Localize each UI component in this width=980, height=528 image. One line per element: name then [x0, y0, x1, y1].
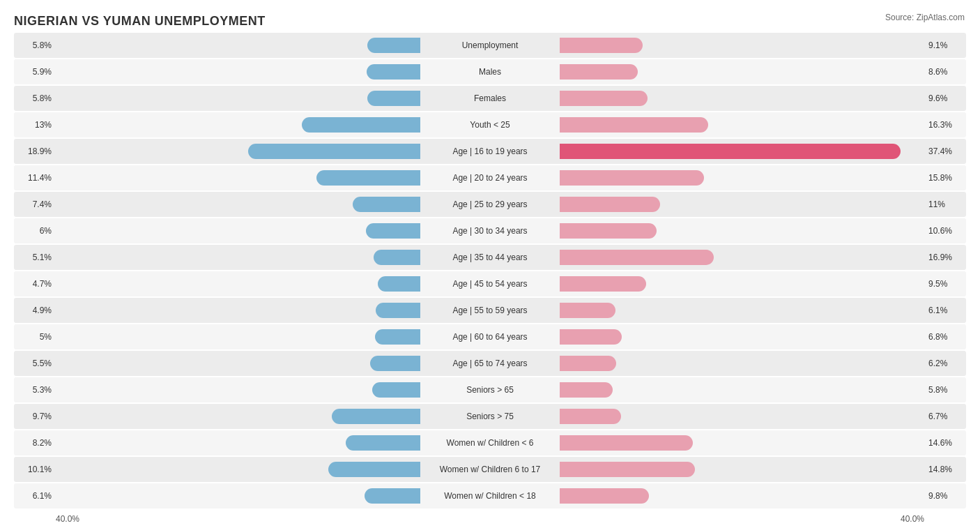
nigerian-value: 5.9%	[14, 67, 56, 77]
yuman-value: 16.9%	[924, 252, 966, 262]
bar-nigerian	[367, 64, 420, 80]
bar-yuman	[560, 382, 613, 398]
row-label: Age | 45 to 54 years	[420, 279, 560, 289]
row-label: Females	[420, 93, 560, 103]
bar-yuman	[560, 197, 660, 212]
right-bar-container	[560, 192, 924, 217]
row-inner: 5% Age | 60 to 64 years 6.8%	[14, 324, 966, 349]
table-row: 5.1% Age | 35 to 44 years 16.9%	[14, 245, 966, 270]
row-inner: 5.1% Age | 35 to 44 years 16.9%	[14, 245, 966, 270]
right-bar-container	[560, 483, 924, 508]
bar-nigerian	[372, 382, 420, 398]
table-row: 4.9% Age | 55 to 59 years 6.1%	[14, 298, 966, 323]
nigerian-value: 6%	[14, 226, 56, 236]
axis-left: 40.0%	[56, 514, 79, 524]
nigerian-value: 6.1%	[14, 491, 56, 501]
row-label: Women w/ Children < 18	[420, 491, 560, 501]
axis-right: 40.0%	[901, 514, 924, 524]
row-label: Males	[420, 67, 560, 77]
row-label: Age | 65 to 74 years	[420, 359, 560, 368]
bar-nigerian	[353, 197, 420, 212]
right-bar-container	[560, 271, 924, 296]
bar-nigerian	[370, 356, 420, 371]
row-label: Unemployment	[420, 40, 560, 50]
bar-yuman	[560, 250, 714, 265]
bar-yuman	[560, 64, 638, 80]
bar-nigerian	[375, 329, 420, 345]
yuman-value: 10.6%	[924, 226, 966, 236]
right-bar-container	[560, 430, 924, 455]
row-inner: 11.4% Age | 20 to 24 years 15.8%	[14, 165, 966, 190]
row-inner: 8.2% Women w/ Children < 6 14.6%	[14, 430, 966, 455]
left-bar-container	[56, 457, 420, 482]
yuman-value: 6.8%	[924, 332, 966, 342]
bar-yuman	[560, 356, 616, 371]
yuman-value: 9.6%	[924, 93, 966, 103]
left-bar-container	[56, 430, 420, 455]
bar-nigerian	[378, 276, 420, 292]
nigerian-value: 11.4%	[14, 173, 56, 183]
bar-yuman	[560, 91, 648, 106]
bar-yuman	[560, 170, 704, 186]
table-row: 6.1% Women w/ Children < 18 9.8%	[14, 483, 966, 508]
left-bar-container	[56, 324, 420, 349]
nigerian-value: 7.4%	[14, 199, 56, 209]
left-bar-container	[56, 351, 420, 376]
bar-yuman	[560, 303, 615, 318]
row-inner: 5.9% Males 8.6%	[14, 59, 966, 84]
yuman-value: 6.1%	[924, 306, 966, 315]
yuman-value: 15.8%	[924, 173, 966, 183]
right-bar-container	[560, 457, 924, 482]
table-row: 5.8% Females 9.6%	[14, 86, 966, 111]
yuman-value: 6.7%	[924, 412, 966, 421]
chart-title: NIGERIAN VS YUMAN UNEMPLOYMENT	[14, 14, 966, 29]
table-row: 5.5% Age | 65 to 74 years 6.2%	[14, 351, 966, 376]
right-bar-container	[560, 324, 924, 349]
row-label: Age | 60 to 64 years	[420, 332, 560, 342]
bar-yuman	[560, 276, 646, 292]
yuman-value: 14.8%	[924, 465, 966, 474]
left-bar-container	[56, 218, 420, 243]
left-bar-container	[56, 298, 420, 323]
bar-nigerian	[376, 303, 420, 318]
axis-row: 40.0% 40.0%	[14, 510, 966, 524]
row-inner: 6% Age | 30 to 34 years 10.6%	[14, 218, 966, 243]
row-label: Age | 30 to 34 years	[420, 226, 560, 236]
bar-yuman	[560, 488, 649, 504]
left-bar-container	[56, 483, 420, 508]
bar-yuman	[560, 435, 693, 451]
row-label: Age | 25 to 29 years	[420, 199, 560, 209]
row-inner: 5.3% Seniors > 65 5.8%	[14, 377, 966, 402]
row-label: Seniors > 75	[420, 412, 560, 421]
nigerian-value: 13%	[14, 120, 56, 130]
bar-nigerian	[346, 435, 420, 451]
nigerian-value: 18.9%	[14, 146, 56, 156]
nigerian-value: 5%	[14, 332, 56, 342]
yuman-value: 37.4%	[924, 146, 966, 156]
chart-area: 5.8% Unemployment 9.1% 5.9% Males 8.6% 5…	[14, 33, 966, 508]
bar-nigerian	[374, 250, 420, 265]
chart-container: NIGERIAN VS YUMAN UNEMPLOYMENT Source: Z…	[0, 0, 980, 528]
table-row: 6% Age | 30 to 34 years 10.6%	[14, 218, 966, 243]
row-label: Age | 20 to 24 years	[420, 173, 560, 183]
row-inner: 7.4% Age | 25 to 29 years 11%	[14, 192, 966, 217]
row-inner: 4.7% Age | 45 to 54 years 9.5%	[14, 271, 966, 296]
bar-yuman	[560, 329, 622, 345]
table-row: 5% Age | 60 to 64 years 6.8%	[14, 324, 966, 349]
bar-yuman	[560, 462, 695, 477]
table-row: 7.4% Age | 25 to 29 years 11%	[14, 192, 966, 217]
bar-nigerian	[302, 117, 420, 133]
source-label: Source: ZipAtlas.com	[885, 13, 965, 22]
bar-yuman	[560, 223, 657, 239]
table-row: 10.1% Women w/ Children 6 to 17 14.8%	[14, 457, 966, 482]
nigerian-value: 4.9%	[14, 306, 56, 315]
nigerian-value: 5.3%	[14, 385, 56, 395]
table-row: 11.4% Age | 20 to 24 years 15.8%	[14, 165, 966, 190]
bar-yuman	[560, 117, 708, 133]
nigerian-value: 5.5%	[14, 359, 56, 368]
row-label: Women w/ Children 6 to 17	[420, 465, 560, 474]
nigerian-value: 5.8%	[14, 93, 56, 103]
right-bar-container	[560, 218, 924, 243]
yuman-value: 9.1%	[924, 40, 966, 50]
yuman-value: 9.5%	[924, 279, 966, 289]
